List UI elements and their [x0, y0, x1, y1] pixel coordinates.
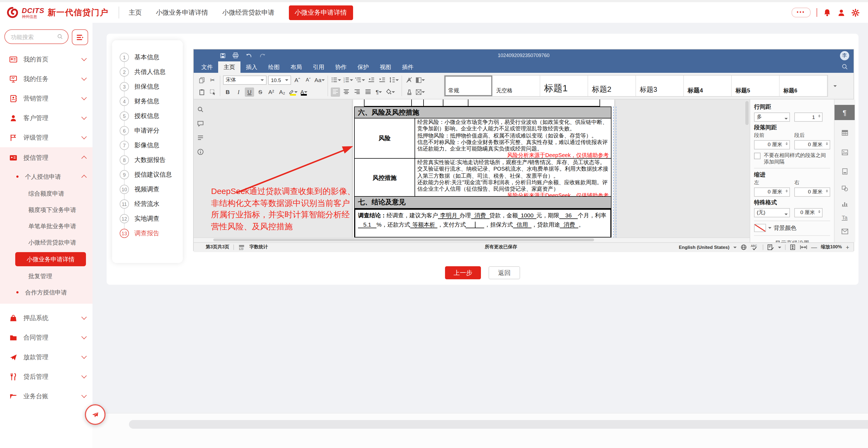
sidebar-item-credit-management[interactable]: 授信管理 — [0, 147, 92, 168]
strikethrough-icon[interactable]: S — [256, 87, 265, 97]
step-4[interactable]: 4财务信息 — [120, 94, 183, 109]
settings-gear-icon[interactable] — [851, 8, 860, 16]
highlight-color-icon[interactable] — [288, 87, 298, 97]
style-item-4[interactable]: 标题3 — [636, 75, 684, 96]
conclusion-box[interactable]: 调查结论：经调查，建议为客户李明月办理消费贷款，金额1000元，期限36个月，利… — [354, 209, 612, 237]
zoom-in-button[interactable]: + — [846, 244, 849, 250]
sidebar-item-partner-credit[interactable]: 合作方授信申请 — [0, 284, 92, 301]
editor-menu-tab-9[interactable]: 插件 — [397, 61, 419, 73]
indent-left-stepper[interactable]: 0 厘米 — [754, 187, 790, 197]
comment-icon[interactable] — [197, 120, 204, 127]
increase-font-icon[interactable]: Aˆ — [293, 75, 302, 84]
spellcheck-icon[interactable]: ABC — [751, 244, 759, 250]
superscript-icon[interactable]: A² — [267, 87, 276, 97]
editor-search-icon[interactable] — [842, 64, 848, 70]
conclusion-blank-value[interactable]: 信用 — [513, 221, 531, 228]
sidebar-item-contracts[interactable]: 合同管理 — [0, 328, 92, 347]
step-5[interactable]: 5授权信息 — [120, 109, 183, 123]
decrease-indent-icon[interactable] — [367, 75, 376, 84]
select-icon[interactable] — [208, 87, 217, 97]
sidebar-item-under-limit-business[interactable]: 额度项下业务申请 — [0, 202, 92, 218]
style-item-0[interactable]: 常规 — [444, 75, 492, 96]
sidebar-item-rating[interactable]: 评级管理 — [0, 128, 92, 147]
shading-swatch-icon[interactable] — [416, 75, 425, 84]
page-settings-icon[interactable] — [835, 164, 855, 178]
borders-icon[interactable] — [416, 87, 425, 97]
editor-menu-tab-4[interactable]: 布局 — [285, 61, 307, 73]
step-1[interactable]: 1基本信息 — [120, 50, 183, 65]
align-right-icon[interactable] — [352, 87, 362, 97]
more-menu-button[interactable]: ••• — [791, 8, 811, 18]
page-indicator[interactable]: 第3页共3页 — [206, 244, 229, 250]
copy-icon[interactable] — [197, 75, 206, 84]
editor-menu-tab-7[interactable]: 保护 — [352, 61, 374, 73]
style-gallery-more-button[interactable] — [830, 75, 840, 97]
image-panel-icon[interactable] — [835, 145, 855, 159]
special-amount-stepper[interactable]: 0 厘米 — [794, 208, 823, 217]
editor-menu-tab-0[interactable]: 文件 — [196, 61, 218, 73]
paragraph-mark-icon[interactable]: ¶ — [374, 87, 383, 97]
zoom-out-button[interactable]: — — [811, 244, 817, 250]
decrease-font-icon[interactable]: Aˇ — [304, 75, 313, 84]
paragraph-panel-icon[interactable]: ¶ — [835, 105, 855, 120]
shading-fill-icon[interactable] — [385, 87, 395, 97]
sidebar-item-micro-detail-active[interactable]: 小微业务申请详情 — [15, 252, 86, 266]
editor-menu-tab-6[interactable]: 协作 — [330, 61, 352, 73]
font-size-select[interactable]: 10.5 — [268, 75, 291, 84]
headings-nav-icon[interactable] — [197, 134, 204, 141]
conclusion-blank-value[interactable]: 等额本析 — [410, 221, 437, 228]
step-10[interactable]: 10视频调查 — [120, 182, 183, 197]
table-panel-icon[interactable] — [835, 126, 855, 140]
editor-menu-tab-2[interactable]: 插入 — [241, 61, 263, 73]
track-changes-icon[interactable] — [767, 244, 774, 250]
sidebar-item-collateral[interactable]: 押品系统 — [0, 308, 92, 328]
step-3[interactable]: 3担保信息 — [120, 79, 183, 94]
line-spacing-value-stepper[interactable]: 1 — [794, 112, 823, 122]
sidebar-item-ledger[interactable]: 业务台账 — [0, 386, 92, 406]
sidebar-item-micro-loan-apply[interactable]: 小微经营贷款申请 — [0, 234, 92, 250]
sidebar-item-comprehensive-limit[interactable]: 综合额度申请 — [0, 185, 92, 202]
style-item-2[interactable]: 标题1 — [540, 75, 588, 96]
numbered-list-icon[interactable]: 123 — [343, 75, 353, 84]
step-13[interactable]: 13调查报告 — [120, 226, 183, 241]
canvas-horizontal-scrollbar[interactable] — [194, 237, 750, 242]
editor-menu-tab-8[interactable]: 视图 — [374, 61, 397, 73]
clear-format-icon[interactable] — [405, 75, 414, 84]
sidebar-item-post-loan[interactable]: 贷后管理 — [0, 367, 92, 386]
font-family-select[interactable]: 宋体 — [223, 75, 267, 84]
previous-step-button[interactable]: 上一步 — [445, 266, 481, 279]
nav-tab-3[interactable]: 小微业务申请详情 — [289, 5, 353, 20]
sidebar-item-disbursement[interactable]: 放款管理 — [0, 347, 92, 367]
line-spacing-mode-select[interactable]: 多 — [754, 112, 790, 122]
conclusion-blank-value[interactable]: 1000 — [518, 212, 536, 219]
step-6[interactable]: 6申请评分 — [120, 123, 183, 138]
sidebar-collapse-button[interactable] — [72, 29, 88, 45]
step-2[interactable]: 2共借人信息 — [120, 65, 183, 79]
document-page[interactable]: 六、风险及风控措施 风险 经营风险：小微企业市场竞争力弱，易受行业波动（如政策变… — [353, 99, 614, 237]
info-icon[interactable] — [197, 148, 204, 156]
underline-icon[interactable]: U — [245, 87, 254, 97]
zoom-level[interactable]: 缩放100% — [821, 244, 842, 250]
bold-icon[interactable]: B — [223, 87, 232, 97]
step-7[interactable]: 7影像信息 — [120, 138, 183, 153]
language-selector[interactable]: English (United States) — [679, 244, 730, 250]
step-11[interactable]: 11经营流水 — [120, 197, 183, 211]
conclusion-blank-value[interactable] — [466, 221, 485, 228]
style-item-6[interactable]: 标题5 — [732, 75, 780, 96]
conclusion-blank-value[interactable]: 消费 — [560, 221, 579, 228]
indent-right-stepper[interactable]: 0 厘米 — [794, 187, 830, 197]
chevron-down-icon[interactable] — [768, 227, 771, 230]
chart-panel-icon[interactable] — [835, 196, 855, 210]
brand-logo[interactable]: DCITS 神州信息 新一代信贷门户 — [5, 5, 108, 20]
style-item-5[interactable]: 标题4 — [684, 75, 732, 96]
nav-tab-0[interactable]: 主页 — [129, 8, 142, 17]
align-center-icon[interactable] — [342, 87, 351, 97]
canvas-vertical-scrollbar[interactable] — [745, 101, 749, 125]
mail-merge-panel-icon[interactable] — [835, 225, 855, 239]
globe-icon[interactable] — [740, 244, 747, 250]
stamp-icon[interactable] — [405, 87, 414, 97]
paste-icon[interactable] — [197, 87, 206, 97]
user-profile-icon[interactable] — [837, 8, 845, 16]
italic-icon[interactable]: I — [234, 87, 243, 97]
align-left-icon[interactable] — [331, 87, 340, 97]
